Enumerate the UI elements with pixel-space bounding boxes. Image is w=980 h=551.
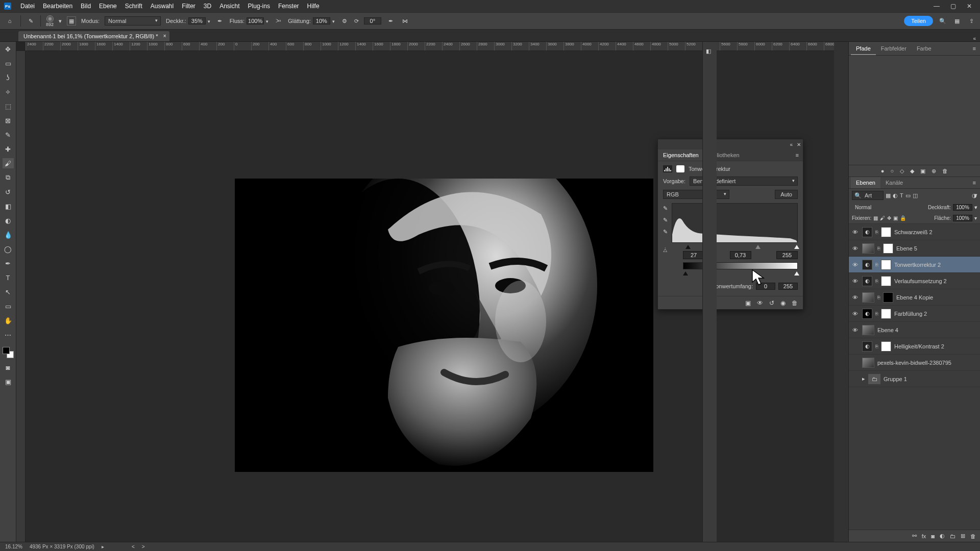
flow-dropdown-icon[interactable] bbox=[266, 18, 268, 24]
layer-name[interactable]: Gruppe 1 bbox=[884, 376, 907, 382]
folder-toggle-icon[interactable]: ▸ bbox=[862, 375, 865, 382]
gamma-handle[interactable] bbox=[755, 245, 761, 249]
filter-smart-icon[interactable]: ◫ bbox=[913, 192, 918, 199]
healing-tool-icon[interactable]: ✚ bbox=[3, 144, 14, 154]
layer-name[interactable]: Ebene 5 bbox=[896, 245, 917, 252]
layers-menu-icon[interactable]: ≡ bbox=[969, 177, 980, 188]
layer-row[interactable]: pexels-kevin-bidwell-2380795 bbox=[849, 355, 980, 371]
gradient-tool-icon[interactable]: ◐ bbox=[3, 215, 14, 226]
panel-titlebar[interactable]: « ✕ bbox=[658, 139, 803, 149]
layers-list[interactable]: 👁◐⎘Schwarzweiß 2👁⎘Ebene 5👁◐⎘Tonwertkorre… bbox=[849, 224, 980, 530]
pressure-opacity-icon[interactable]: ✒ bbox=[215, 16, 225, 26]
workspace-icon[interactable]: ▦ bbox=[952, 16, 962, 26]
collapsed-panel-strip[interactable]: ◧ bbox=[702, 42, 717, 542]
stamp-tool-icon[interactable]: ⧉ bbox=[3, 172, 14, 183]
adjustment-thumb[interactable]: ◐ bbox=[862, 227, 872, 237]
hand-tool-icon[interactable]: ✋ bbox=[3, 315, 14, 325]
path-tool-icon[interactable]: ↖ bbox=[3, 287, 14, 297]
layer-mask-thumb[interactable] bbox=[883, 292, 893, 303]
type-tool-icon[interactable]: T bbox=[3, 272, 14, 283]
share-button[interactable]: Teilen bbox=[904, 16, 933, 26]
smoothing-gear-icon[interactable]: ⚙ bbox=[340, 16, 349, 26]
history-brush-icon[interactable]: ↺ bbox=[3, 187, 14, 197]
eyedropper-tool-icon[interactable]: ✎ bbox=[3, 130, 14, 140]
home-icon[interactable]: ⌂ bbox=[4, 15, 15, 27]
layer-thumb[interactable] bbox=[862, 325, 874, 335]
layer-filter-select[interactable]: Art bbox=[862, 192, 881, 199]
menu-3d[interactable]: 3D bbox=[200, 3, 215, 10]
link-icon[interactable]: ⎘ bbox=[875, 311, 878, 316]
clip-icon[interactable]: ⧊ bbox=[663, 247, 668, 254]
tab-farbe[interactable]: Farbe bbox=[912, 43, 937, 55]
layer-mask-thumb[interactable] bbox=[883, 243, 893, 254]
filter-pixel-icon[interactable]: ▦ bbox=[886, 192, 891, 199]
symmetry-icon[interactable]: ⋈ bbox=[401, 16, 410, 26]
input-white-field[interactable] bbox=[776, 251, 798, 259]
layer-mask-icon[interactable]: ◙ bbox=[931, 533, 935, 539]
flow-input[interactable] bbox=[247, 17, 264, 24]
link-icon[interactable]: ⎘ bbox=[875, 262, 878, 267]
visibility-icon[interactable]: 👁 bbox=[851, 327, 859, 333]
layer-thumb[interactable] bbox=[862, 292, 874, 303]
toggle-visibility-icon[interactable]: ◉ bbox=[780, 299, 786, 307]
new-group-icon[interactable]: 🗀 bbox=[950, 533, 955, 539]
mask-from-path-icon[interactable]: ▣ bbox=[920, 168, 925, 174]
stroke-path-icon[interactable]: ○ bbox=[891, 168, 894, 174]
wand-tool-icon[interactable]: ✧ bbox=[3, 87, 14, 97]
panel-collapse-icon[interactable]: « bbox=[790, 142, 793, 147]
visibility-icon[interactable]: 👁 bbox=[851, 262, 859, 268]
tab-kanaele[interactable]: Kanäle bbox=[880, 177, 908, 188]
input-slider[interactable] bbox=[683, 245, 798, 250]
output-slider[interactable] bbox=[683, 271, 798, 277]
layer-blend-select[interactable]: Normal bbox=[852, 204, 901, 211]
tab-pfade[interactable]: Pfade bbox=[851, 43, 876, 55]
delete-layer-icon[interactable]: 🗑 bbox=[970, 533, 976, 539]
panel-close-icon[interactable]: ✕ bbox=[797, 142, 801, 147]
properties-panel[interactable]: « ✕ Eigenschaften Bibliotheken ≡ Tonwert… bbox=[657, 139, 803, 310]
output-white-handle[interactable] bbox=[794, 271, 799, 276]
layer-name[interactable]: Verlaufsumsetzung 2 bbox=[894, 278, 947, 284]
search-icon[interactable]: 🔍 bbox=[938, 16, 947, 26]
panel-menu-icon[interactable]: ≡ bbox=[969, 43, 980, 55]
export-icon[interactable]: ⇪ bbox=[967, 16, 976, 26]
layer-fx-icon[interactable]: fx bbox=[922, 533, 926, 539]
lock-position-icon[interactable]: ✥ bbox=[887, 215, 891, 221]
lasso-tool-icon[interactable]: ʖ bbox=[3, 72, 14, 83]
color-swatches[interactable] bbox=[3, 347, 14, 358]
clip-to-layer-icon[interactable]: ▣ bbox=[745, 299, 751, 307]
opacity-input[interactable] bbox=[188, 17, 206, 24]
eyedropper-white-icon[interactable]: ✎ bbox=[663, 229, 668, 235]
layer-name[interactable]: pexels-kevin-bidwell-2380795 bbox=[877, 360, 951, 366]
document-info[interactable]: 4936 Px × 3319 Px (300 ppi) bbox=[30, 544, 94, 549]
panel-menu-icon[interactable]: ≡ bbox=[792, 149, 803, 161]
layer-name[interactable]: Ebene 4 bbox=[877, 327, 898, 333]
tab-farbfelder[interactable]: Farbfelder bbox=[876, 43, 912, 55]
eyedropper-black-icon[interactable]: ✎ bbox=[663, 205, 668, 212]
menu-ansicht[interactable]: Ansicht bbox=[215, 3, 243, 10]
visibility-icon[interactable]: 👁 bbox=[851, 245, 859, 252]
screenmode-icon[interactable]: ▣ bbox=[3, 377, 14, 387]
reset-icon[interactable]: ↺ bbox=[769, 299, 774, 307]
marquee-tool-icon[interactable]: ▭ bbox=[3, 58, 14, 68]
menu-schrift[interactable]: Schrift bbox=[121, 3, 146, 10]
fill-path-icon[interactable]: ● bbox=[881, 168, 885, 174]
new-layer-icon[interactable]: ⊞ bbox=[961, 533, 965, 539]
auto-button[interactable]: Auto bbox=[775, 190, 798, 199]
layer-mask-thumb[interactable] bbox=[881, 260, 891, 270]
pen-tool-icon[interactable]: ✒ bbox=[3, 258, 14, 268]
tool-preset-icon[interactable]: ✎ bbox=[26, 16, 35, 26]
layer-row[interactable]: 👁⎘Ebene 5 bbox=[849, 240, 980, 257]
layer-name[interactable]: Tonwertkorrektur 2 bbox=[894, 262, 941, 268]
smoothing-input[interactable] bbox=[313, 17, 330, 24]
tab-close-icon[interactable]: × bbox=[163, 33, 166, 39]
layer-row[interactable]: 👁◐⎘Verlaufsumsetzung 2 bbox=[849, 273, 980, 289]
layer-mask-thumb[interactable] bbox=[881, 341, 891, 352]
scroll-left-icon[interactable]: < bbox=[132, 544, 135, 549]
visibility-icon[interactable]: 👁 bbox=[851, 278, 859, 284]
adjustment-thumb[interactable]: ◐ bbox=[862, 260, 872, 270]
visibility-icon[interactable]: 👁 bbox=[851, 294, 859, 300]
output-gradient[interactable] bbox=[683, 262, 798, 269]
layer-row[interactable]: 👁⎘Ebene 4 Kopie bbox=[849, 289, 980, 306]
layer-row[interactable]: 👁◐⎘Tonwertkorrektur 2 bbox=[849, 257, 980, 273]
layer-name[interactable]: Schwarzweiß 2 bbox=[894, 229, 933, 235]
